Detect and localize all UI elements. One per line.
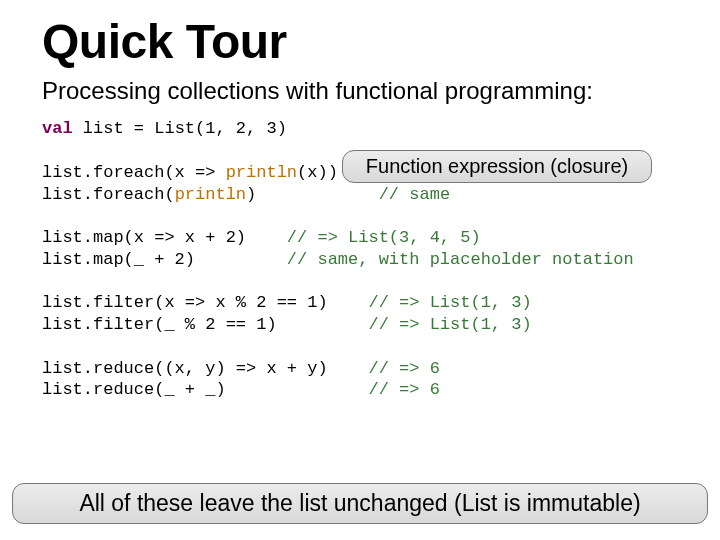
code-text: list.map(x => x + 2)	[42, 228, 287, 247]
comment: // => List(1, 3)	[368, 293, 531, 312]
code-text: list.foreach(x =>	[42, 163, 226, 182]
comment: // => List(3, 4, 5)	[287, 228, 481, 247]
comment: // same	[379, 185, 450, 204]
code-text: list.filter(_ % 2 == 1)	[42, 315, 368, 334]
footer-bubble: All of these leave the list unchanged (L…	[12, 483, 708, 524]
code-text: list.reduce((x, y) => x + y)	[42, 359, 368, 378]
subtitle: Processing collections with functional p…	[42, 78, 680, 104]
code-text: list.map(_ + 2)	[42, 250, 287, 269]
fn-println: println	[226, 163, 297, 182]
callout-bubble: Function expression (closure)	[342, 150, 652, 183]
code-text: )	[246, 185, 379, 204]
fn-println: println	[175, 185, 246, 204]
slide: Quick Tour Processing collections with f…	[0, 0, 720, 401]
comment: // => 6	[368, 359, 439, 378]
code-text: list.reduce(_ + _)	[42, 380, 368, 399]
comment: // => 6	[368, 380, 439, 399]
page-title: Quick Tour	[42, 18, 680, 66]
keyword-val: val	[42, 119, 73, 138]
code-text: list = List(1, 2, 3)	[73, 119, 287, 138]
code-text: list.foreach(	[42, 185, 175, 204]
comment: // same, with placeholder notation	[287, 250, 634, 269]
code-text: list.filter(x => x % 2 == 1)	[42, 293, 368, 312]
comment: // => List(1, 3)	[368, 315, 531, 334]
